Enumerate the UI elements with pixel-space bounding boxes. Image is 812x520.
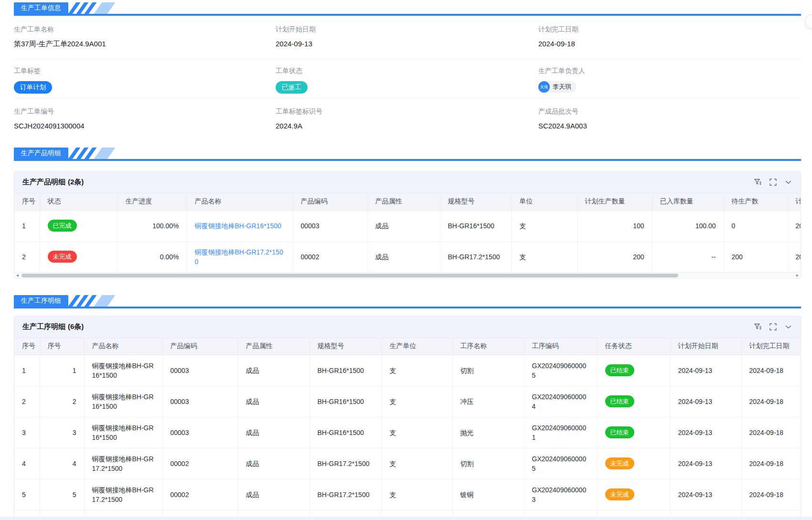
- table-cell: 00002: [162, 479, 238, 510]
- order-info-row: 生产工单名称第37周-生产工单2024.9A001计划开始日期2024-09-1…: [14, 16, 801, 59]
- table-cell: 成品: [238, 386, 310, 417]
- table-cell: 抛光: [452, 417, 524, 448]
- product-link[interactable]: 铜覆钢接地棒BH-GR17.2*1500: [195, 248, 283, 265]
- table-cell: 支: [512, 210, 577, 241]
- table-cell: 00003: [162, 417, 238, 448]
- processes-card: 生产工序明细 (6条) 序号序号产品名称产品编码产品属性规格型号生产单位工序名称…: [14, 316, 801, 520]
- filter-icon[interactable]: [754, 323, 762, 331]
- column-header: 待生产数: [724, 193, 788, 210]
- column-header: 单位: [512, 193, 577, 210]
- avatar: 天琪: [538, 81, 550, 93]
- table-cell: 2: [40, 386, 84, 417]
- table-cell: BH-GR17.2*1500: [310, 448, 382, 479]
- table-cell: 铜覆钢接地棒BH-GR17.2*1500: [84, 448, 162, 479]
- products-card-header: 生产产品明细 (2条): [14, 171, 801, 193]
- table-cell: 成品: [238, 479, 310, 510]
- table-cell: 00002: [162, 448, 238, 479]
- field-value: SC2024.9A003: [538, 122, 801, 131]
- table-cell: 1: [14, 355, 40, 386]
- column-header: 工序编码: [524, 338, 597, 355]
- table-cell: 支: [382, 417, 452, 448]
- order-info-field: 产成品批次号SC2024.9A003: [538, 99, 801, 131]
- table-header-row: 序号状态生产进度产品名称产品编码产品属性规格型号单位计划生产数量已入库数量待生产…: [14, 193, 801, 210]
- table-cell: GX2024090600001: [524, 417, 597, 448]
- table-cell: 3: [14, 417, 40, 448]
- table-cell: 00003: [162, 386, 238, 417]
- field-value: 天琪李天琪: [538, 81, 801, 93]
- field-label: 工单标签标识号: [276, 107, 538, 116]
- scrollbar-thumb[interactable]: [21, 274, 678, 277]
- status-badge: 已结束: [605, 364, 634, 376]
- order-info-field: 工单标签订单计划: [14, 59, 276, 98]
- column-header: 序号: [14, 338, 40, 355]
- column-header: 工序名称: [452, 338, 524, 355]
- table-cell: 成品: [238, 417, 310, 448]
- column-header: 产品名称: [84, 338, 162, 355]
- table-cell: 已结束: [597, 355, 670, 386]
- fullscreen-icon[interactable]: [769, 323, 777, 331]
- table-cell: 冲压: [452, 386, 524, 417]
- field-label: 生产工单编号: [14, 107, 276, 116]
- field-value: 2024-09-13: [276, 40, 538, 49]
- table-cell: 4: [14, 448, 40, 479]
- field-value: 2024-09-18: [538, 40, 801, 49]
- data-table: 序号序号产品名称产品编码产品属性规格型号生产单位工序名称工序编码任务状态计划开始…: [14, 338, 801, 520]
- column-header: 规格型号: [310, 338, 382, 355]
- filter-icon[interactable]: [754, 178, 762, 186]
- order-info-row: 工单标签订单计划工单状态已派工生产工单负责人天琪李天琪: [14, 59, 801, 99]
- assignee-chip: 天琪李天琪: [538, 81, 577, 93]
- table-row: 44铜覆钢接地棒BH-GR17.2*150000002成品BH-GR17.2*1…: [14, 448, 801, 479]
- column-header: 序号: [40, 338, 84, 355]
- collapse-arrow-icon[interactable]: [784, 323, 792, 331]
- field-label: 工单标签: [14, 67, 276, 75]
- order-info-field: 工单标签标识号2024.9A: [276, 99, 538, 131]
- table-cell: 00003: [162, 355, 238, 386]
- field-label: 计划完工日期: [538, 25, 801, 34]
- table-cell: 2024-09-13: [788, 241, 801, 272]
- product-link[interactable]: 铜覆钢接地棒BH-GR16*1500: [195, 222, 281, 230]
- collapse-arrow-icon[interactable]: [784, 178, 792, 186]
- field-value: 已派工: [276, 81, 538, 94]
- status-badge: 未完成: [605, 488, 634, 500]
- table-row: 33铜覆钢接地棒BH-GR16*150000003成品BH-GR16*1500支…: [14, 417, 801, 448]
- table-cell: 2024-09-13: [670, 386, 741, 417]
- table-cell: BH-GR17.2*1500: [440, 241, 512, 272]
- section-title: 生产产品明细: [14, 148, 68, 159]
- field-label: 计划开始日期: [276, 25, 538, 34]
- field-value: 第37周-生产工单2024.9A001: [14, 40, 276, 49]
- processes-card-header: 生产工序明细 (6条): [14, 316, 801, 338]
- table-cell: 0.00%: [118, 241, 187, 272]
- table-cell: 成品: [238, 355, 310, 386]
- table-cell: 未完成: [40, 241, 118, 272]
- horizontal-scrollbar[interactable]: [14, 272, 801, 278]
- table-cell: BH-GR16*1500: [310, 355, 382, 386]
- section-banner-order-info: 生产工单信息: [14, 2, 801, 16]
- table-cell: 2024-09-18: [741, 417, 801, 448]
- table-cell: GX2024090600004: [524, 386, 597, 417]
- table-cell: 100.00%: [118, 210, 187, 241]
- table-cell: GX2024090600003: [524, 479, 597, 510]
- table-cell: BH-GR16*1500: [440, 210, 512, 241]
- table-cell: 2: [14, 241, 40, 272]
- scrollbar-track[interactable]: [21, 273, 794, 279]
- fullscreen-icon[interactable]: [769, 178, 777, 186]
- table-cell: 支: [382, 386, 452, 417]
- table-cell: BH-GR16*1500: [310, 386, 382, 417]
- banner-underline: [14, 307, 801, 308]
- table-header-row: 序号序号产品名称产品编码产品属性规格型号生产单位工序名称工序编码任务状态计划开始…: [14, 338, 801, 355]
- table-cell: 2024-09-13: [670, 355, 741, 386]
- table-cell: --: [652, 241, 724, 272]
- banner-underline: [14, 14, 801, 16]
- table-cell: 3: [40, 417, 84, 448]
- column-header: 产品属性: [367, 193, 440, 210]
- table-row: 55铜覆钢接地棒BH-GR17.2*150000002成品BH-GR17.2*1…: [14, 479, 801, 510]
- table-cell: 已结束: [597, 386, 670, 417]
- data-table: 序号状态生产进度产品名称产品编码产品属性规格型号单位计划生产数量已入库数量待生产…: [14, 193, 801, 272]
- banner-underline: [14, 159, 801, 161]
- table-cell: 5: [14, 479, 40, 510]
- banner-stripe: [94, 148, 116, 159]
- section-banner-products: 生产产品明细: [14, 148, 801, 161]
- table-cell: 成品: [367, 210, 440, 241]
- scroll-right-arrow[interactable]: [794, 273, 801, 279]
- scroll-left-arrow[interactable]: [14, 273, 21, 279]
